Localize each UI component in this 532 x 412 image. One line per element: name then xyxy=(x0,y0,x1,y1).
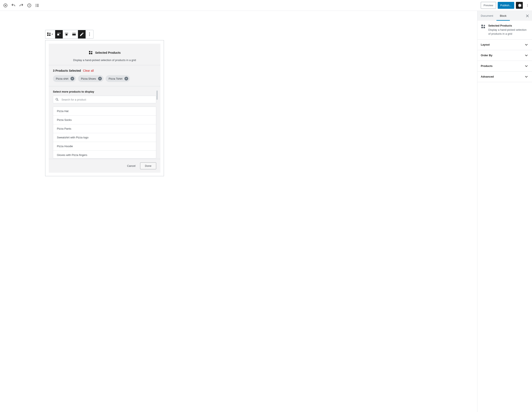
svg-point-13 xyxy=(527,5,528,5)
grid-blocks-icon xyxy=(88,50,93,55)
list-icon xyxy=(35,3,39,8)
align-full-button[interactable] xyxy=(70,30,78,38)
done-button[interactable]: Done xyxy=(140,162,156,169)
selected-chips: Pizza shirt Pizza Shoes Pizza Tshirt xyxy=(53,75,156,82)
scroll-indicator xyxy=(157,91,157,100)
svg-rect-19 xyxy=(57,34,59,35)
chip-label: Pizza Shoes xyxy=(81,77,96,80)
svg-rect-29 xyxy=(91,53,92,54)
panel-layout[interactable]: Layout xyxy=(477,39,532,50)
panel-advanced[interactable]: Advanced xyxy=(477,72,532,82)
svg-point-36 xyxy=(56,98,58,100)
block-description: Display a hand-picked selection of produ… xyxy=(54,58,155,62)
block-switcher-button[interactable] xyxy=(45,30,55,38)
close-icon xyxy=(525,14,530,18)
product-results-list: Pizza Hat Pizza Socks Pizza Pants Sweats… xyxy=(53,107,156,159)
panel-label: Layout xyxy=(481,43,490,46)
product-result-item[interactable]: Pizza Hat xyxy=(53,107,156,116)
product-result-item[interactable]: Pizza Socks xyxy=(53,116,156,124)
selected-chip: Pizza Tshirt xyxy=(106,75,130,82)
close-icon xyxy=(71,77,73,80)
info-button[interactable] xyxy=(26,2,33,9)
settings-button[interactable] xyxy=(516,2,523,9)
block-toolbar xyxy=(45,30,94,39)
align-left-button[interactable] xyxy=(55,30,63,38)
panel-order-by[interactable]: Order By xyxy=(477,50,532,61)
svg-rect-17 xyxy=(49,35,50,36)
search-section-label: Select more products to display xyxy=(53,90,156,93)
tab-block[interactable]: Block xyxy=(496,11,510,21)
chevron-down-icon xyxy=(524,42,529,47)
svg-rect-21 xyxy=(66,34,67,35)
close-icon xyxy=(125,77,127,80)
chip-remove-button[interactable] xyxy=(124,77,128,81)
align-left-icon xyxy=(57,32,61,37)
clear-all-button[interactable]: Clear all xyxy=(83,69,94,72)
block-title: Selected Products xyxy=(95,51,121,54)
panel-label: Advanced xyxy=(481,75,494,78)
more-vertical-icon xyxy=(87,32,92,37)
svg-rect-27 xyxy=(89,51,90,52)
panel-label: Order By xyxy=(481,54,493,57)
product-result-item[interactable]: Pizza Hoodie xyxy=(53,142,156,151)
redo-button[interactable] xyxy=(18,2,25,9)
undo-button[interactable] xyxy=(10,2,17,9)
panel-products[interactable]: Products xyxy=(477,61,532,71)
tab-document[interactable]: Document xyxy=(477,11,496,21)
publish-button[interactable]: Publish... xyxy=(498,2,514,9)
outline-button[interactable] xyxy=(33,2,41,9)
redo-icon xyxy=(19,3,24,8)
grid-blocks-icon xyxy=(47,32,51,37)
svg-point-10 xyxy=(36,5,36,5)
svg-point-25 xyxy=(89,34,90,35)
plus-circle-icon xyxy=(3,3,8,8)
svg-point-24 xyxy=(89,33,90,33)
selected-chip: Pizza Shoes xyxy=(78,75,104,82)
selected-products-block: Selected Products Display a hand-picked … xyxy=(45,40,164,176)
chevron-down-icon xyxy=(51,33,54,36)
top-toolbar: Preview Publish... xyxy=(0,0,532,11)
selected-chip: Pizza shirt xyxy=(53,75,76,82)
edit-mode-button[interactable] xyxy=(78,30,86,38)
chevron-down-icon xyxy=(524,75,529,79)
product-search-field[interactable] xyxy=(53,96,156,103)
settings-sidebar: Document Block Selected Products Display… xyxy=(477,11,532,412)
svg-rect-16 xyxy=(47,35,48,36)
chip-remove-button[interactable] xyxy=(98,77,102,81)
chevron-down-icon xyxy=(524,64,529,68)
svg-rect-41 xyxy=(481,27,483,28)
chevron-down-icon xyxy=(524,53,529,58)
search-icon xyxy=(55,98,59,101)
product-result-item[interactable]: Sweatshirt with Pizza logo xyxy=(53,133,156,142)
product-result-item[interactable]: Gloves with Pizza fingers xyxy=(53,151,156,159)
svg-rect-42 xyxy=(484,27,485,28)
close-sidebar-button[interactable] xyxy=(523,11,532,21)
chip-label: Pizza Tshirt xyxy=(109,77,122,80)
align-full-icon xyxy=(72,32,76,37)
block-card-title: Selected Products xyxy=(488,24,529,27)
preview-button[interactable]: Preview xyxy=(481,2,496,9)
block-more-button[interactable] xyxy=(86,30,93,38)
add-block-button[interactable] xyxy=(2,2,9,9)
svg-point-9 xyxy=(36,4,36,4)
selected-count-label: 3 Products Selected xyxy=(53,69,81,72)
chip-remove-button[interactable] xyxy=(70,77,74,81)
svg-point-26 xyxy=(89,35,90,36)
svg-rect-15 xyxy=(47,33,48,34)
close-icon xyxy=(99,77,101,80)
search-input[interactable] xyxy=(61,98,154,101)
editor-canvas[interactable]: Selected Products Display a hand-picked … xyxy=(0,11,477,412)
more-menu-button[interactable] xyxy=(524,2,530,9)
chip-label: Pizza shirt xyxy=(56,77,68,80)
block-info-card: Selected Products Display a hand-picked … xyxy=(477,21,532,39)
svg-line-37 xyxy=(57,100,58,101)
panel-label: Products xyxy=(481,64,493,67)
product-result-item[interactable]: Pizza Pants xyxy=(53,124,156,133)
block-card-description: Display a hand-picked selection of produ… xyxy=(488,28,529,36)
align-center-button[interactable] xyxy=(63,30,70,38)
info-icon xyxy=(27,3,32,8)
svg-rect-40 xyxy=(481,25,483,26)
cancel-button[interactable]: Cancel xyxy=(127,164,135,168)
svg-point-5 xyxy=(29,4,29,5)
svg-rect-23 xyxy=(72,34,76,35)
